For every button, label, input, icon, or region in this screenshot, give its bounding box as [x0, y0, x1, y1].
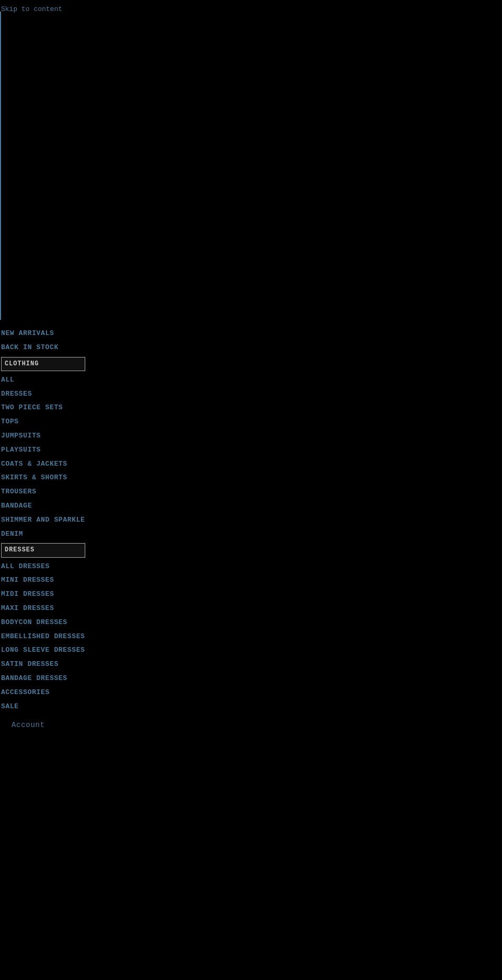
nav-item-bandage-dresses[interactable]: BANDAGE DRESSES [1, 672, 85, 686]
nav-item-maxi-dresses[interactable]: MAXI DRESSES [1, 602, 85, 616]
nav-item-long-sleeve-dresses[interactable]: LONG SLEEVE DRESSES [1, 643, 85, 658]
left-border-decoration [0, 11, 1, 320]
nav-item-skirts-shorts[interactable]: SKIRTS & SHORTS [1, 471, 85, 485]
nav-item-dresses[interactable]: DRESSES [1, 387, 85, 401]
nav-item-bodycon-dresses[interactable]: BODYCON DRESSES [1, 616, 85, 630]
nav-item-mini-dresses[interactable]: MINI DRESSES [1, 573, 85, 587]
nav-item-all-dresses[interactable]: ALL DRESSES [1, 560, 85, 574]
nav-item-trousers[interactable]: TROUSERS [1, 485, 85, 499]
nav-item-all[interactable]: All [1, 373, 85, 387]
nav-item-dresses-boxed[interactable]: DRESSES [1, 543, 85, 557]
nav-item-denim[interactable]: DENIM [1, 527, 85, 541]
nav-item-midi-dresses[interactable]: MIDI DRESSES [1, 587, 85, 602]
nav-item-two-piece-sets[interactable]: TWO PIECE SETS [1, 401, 85, 415]
nav-item-coats-jackets[interactable]: COATS & JACKETS [1, 457, 85, 471]
main-navigation: NEW ARRIVALS BACK IN STOCK CLOTHING All … [1, 327, 85, 733]
nav-item-satin-dresses[interactable]: SATIN DRESSES [1, 658, 85, 672]
nav-item-shimmer-sparkle[interactable]: SHIMMER AND SPARKLE [1, 513, 85, 527]
skip-to-content-link[interactable]: Skip to content [1, 5, 62, 13]
nav-item-accessories[interactable]: ACCESSORIES [1, 686, 85, 700]
nav-item-tops[interactable]: TOPS [1, 415, 85, 429]
nav-item-new-arrivals[interactable]: NEW ARRIVALS [1, 327, 85, 341]
nav-item-playsuits[interactable]: PLAYSUITS [1, 443, 85, 457]
nav-item-bandage[interactable]: BANDAGE [1, 499, 85, 513]
nav-item-sale[interactable]: SALE [1, 700, 85, 714]
nav-item-back-in-stock[interactable]: BACK IN STOCK [1, 341, 85, 355]
nav-item-embellished-dresses[interactable]: EMBELLISHED DRESSES [1, 630, 85, 644]
nav-item-jumpsuits[interactable]: JUMPSUITS [1, 429, 85, 443]
nav-item-account[interactable]: Account [1, 718, 85, 732]
nav-item-clothing[interactable]: CLOTHING [1, 357, 85, 371]
